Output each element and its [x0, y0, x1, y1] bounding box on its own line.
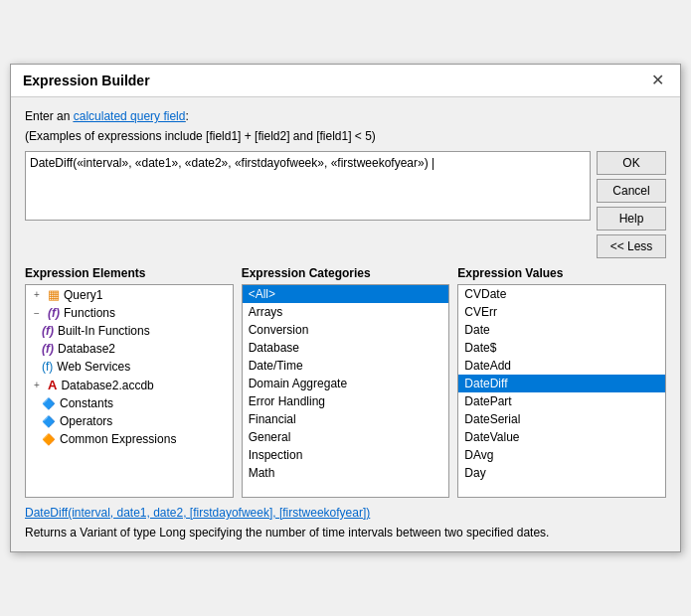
three-panels: Expression Elements + ▦ Query1 − (f) Fun… [25, 266, 666, 498]
expand-icon: + [32, 380, 42, 390]
list-item[interactable]: Financial [243, 410, 449, 428]
expression-area-row: OK Cancel Help << Less [25, 151, 666, 258]
list-item[interactable]: Database [243, 339, 449, 357]
const-icon: 🔷 [42, 397, 56, 410]
list-item[interactable]: 🔷 Constants [26, 394, 233, 412]
list-item[interactable]: Error Handling [243, 392, 449, 410]
list-item[interactable]: <All> [243, 285, 449, 303]
list-item[interactable]: DateDiff [458, 375, 665, 392]
desc-suffix: : [185, 109, 188, 123]
list-item[interactable]: Day [458, 464, 665, 482]
list-item[interactable]: CVDate [458, 285, 665, 303]
expression-input[interactable] [25, 151, 591, 221]
list-item[interactable]: DatePart [458, 392, 665, 410]
item-label: Web Services [57, 360, 130, 374]
func-icon: (f) [42, 342, 54, 356]
elements-panel-label: Expression Elements [25, 266, 234, 280]
item-label: Common Expressions [60, 432, 176, 446]
op-icon: 🔷 [42, 415, 56, 428]
dialog-title: Expression Builder [23, 73, 150, 88]
list-item[interactable]: DAvg [458, 446, 665, 464]
expression-builder-dialog: Expression Builder ✕ Enter an calculated… [10, 64, 681, 552]
func-icon: (f) [48, 306, 60, 320]
item-label: Constants [60, 396, 113, 410]
expand-icon: + [32, 289, 42, 300]
expand-icon: − [32, 308, 42, 319]
list-item[interactable]: Inspection [243, 446, 449, 464]
description-line: Enter an calculated query field: [25, 107, 666, 125]
list-item[interactable]: Date [458, 321, 665, 339]
close-button[interactable]: ✕ [647, 73, 668, 88]
ok-button[interactable]: OK [597, 151, 666, 175]
list-item[interactable]: Conversion [243, 321, 449, 339]
list-item[interactable]: DateAdd [458, 357, 665, 375]
list-item[interactable]: General [243, 428, 449, 446]
list-item[interactable]: (f) Web Services [26, 358, 233, 376]
func-icon: (f) [42, 324, 54, 338]
cancel-button[interactable]: Cancel [597, 179, 666, 203]
calculated-field-link[interactable]: calculated query field [74, 109, 186, 123]
list-item[interactable]: (f) Built-In Functions [26, 322, 233, 340]
item-label: Operators [60, 414, 112, 428]
accdb-icon: A [48, 378, 57, 392]
item-label: Query1 [64, 288, 102, 302]
examples-text: (Examples of expressions include [field1… [25, 129, 666, 143]
values-list[interactable]: CVDateCVErrDateDate$DateAddDateDiffDateP… [457, 284, 666, 498]
footer-link[interactable]: DateDiff(interval, date1, date2, [firstd… [25, 506, 666, 520]
button-column: OK Cancel Help << Less [597, 151, 666, 258]
list-item[interactable]: 🔶 Common Expressions [26, 430, 233, 448]
table-icon: ▦ [48, 287, 60, 302]
list-item[interactable]: + ▦ Query1 [26, 285, 233, 304]
help-button[interactable]: Help [597, 207, 666, 231]
title-bar: Expression Builder ✕ [11, 65, 680, 97]
item-label: Database2.accdb [61, 379, 153, 392]
item-label: Functions [64, 306, 115, 320]
list-item[interactable]: Arrays [243, 303, 449, 321]
desc-prefix: Enter an [25, 109, 74, 123]
list-item[interactable]: − (f) Functions [26, 304, 233, 322]
list-item[interactable]: Date/Time [243, 357, 449, 375]
categories-panel-label: Expression Categories [242, 266, 450, 280]
list-item[interactable]: Math [243, 464, 449, 482]
less-button[interactable]: << Less [597, 234, 666, 258]
values-panel: Expression Values CVDateCVErrDateDate$Da… [457, 266, 666, 498]
web-icon: (f) [42, 360, 53, 374]
list-item[interactable]: 🔷 Operators [26, 412, 233, 430]
list-item[interactable]: DateSerial [458, 410, 665, 428]
categories-list[interactable]: <All>ArraysConversionDatabaseDate/TimeDo… [242, 284, 450, 498]
list-item[interactable]: + A Database2.accdb [26, 376, 233, 394]
expr-icon: 🔶 [42, 433, 56, 446]
values-panel-label: Expression Values [457, 266, 666, 280]
item-label: Database2 [58, 342, 115, 356]
list-item[interactable]: (f) Database2 [26, 340, 233, 358]
list-item[interactable]: Date$ [458, 339, 665, 357]
footer-description: Returns a Variant of type Long specifyin… [25, 524, 666, 541]
elements-panel: Expression Elements + ▦ Query1 − (f) Fun… [25, 266, 234, 498]
dialog-body: Enter an calculated query field: (Exampl… [11, 97, 680, 551]
item-label: Built-In Functions [58, 324, 150, 338]
categories-panel: Expression Categories <All>ArraysConvers… [242, 266, 450, 498]
list-item[interactable]: DateValue [458, 428, 665, 446]
list-item[interactable]: CVErr [458, 303, 665, 321]
elements-list[interactable]: + ▦ Query1 − (f) Functions (f) Built-In … [25, 284, 234, 498]
list-item[interactable]: Domain Aggregate [243, 375, 449, 392]
